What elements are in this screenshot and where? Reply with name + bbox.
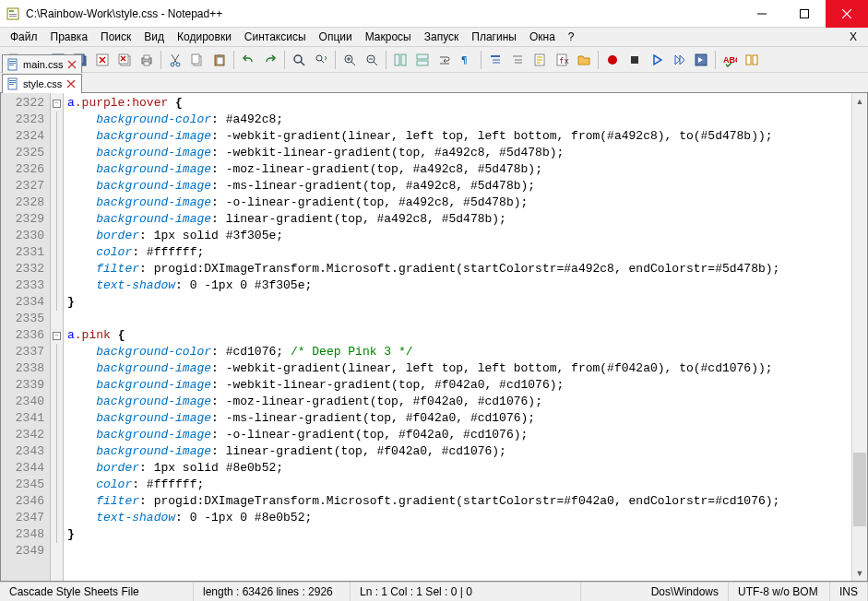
- svg-line-42: [351, 62, 355, 65]
- save-macro-icon[interactable]: [691, 50, 711, 70]
- code-line: background-color: #cd1076; /* Deep Pink …: [67, 344, 851, 360]
- wrap-icon[interactable]: [434, 50, 455, 70]
- tab[interactable]: main.css: [2, 54, 82, 73]
- close-file-icon[interactable]: [92, 50, 113, 70]
- fold-cell[interactable]: [51, 244, 63, 261]
- svg-rect-69: [753, 55, 757, 65]
- fold-cell[interactable]: [51, 178, 63, 194]
- zoom-in-icon[interactable]: [339, 50, 360, 70]
- redo-icon[interactable]: [260, 50, 280, 70]
- fold-cell[interactable]: [51, 145, 63, 161]
- menu-item[interactable]: Кодировки: [171, 29, 238, 45]
- zoom-out-icon[interactable]: [362, 50, 382, 70]
- stop-macro-icon[interactable]: [624, 50, 645, 70]
- fold-cell[interactable]: [51, 443, 63, 460]
- menu-item[interactable]: Поиск: [94, 29, 137, 45]
- folder-tree-icon[interactable]: [574, 50, 594, 70]
- fold-minus-icon[interactable]: −: [53, 100, 61, 108]
- line-number: 2334: [1, 294, 50, 311]
- compare-icon[interactable]: [742, 50, 762, 70]
- menu-item[interactable]: Опции: [313, 29, 359, 45]
- fold-cell[interactable]: [51, 161, 63, 178]
- record-macro-icon[interactable]: [602, 50, 623, 70]
- menu-item[interactable]: Файл: [4, 29, 44, 45]
- fold-cell[interactable]: [51, 410, 63, 427]
- func-list-icon[interactable]: fx: [552, 50, 572, 70]
- fold-cell[interactable]: [51, 427, 63, 443]
- menu-item[interactable]: Запуск: [418, 29, 466, 45]
- sync-v-icon[interactable]: [390, 50, 410, 70]
- fold-cell[interactable]: [51, 277, 63, 294]
- minimize-button[interactable]: [741, 0, 783, 28]
- status-length: length : 63426 lines : 2926: [194, 583, 351, 601]
- sync-h-icon[interactable]: [412, 50, 433, 70]
- code-line: }: [67, 526, 851, 543]
- fold-cell[interactable]: [51, 344, 63, 360]
- menu-item[interactable]: Макросы: [359, 29, 418, 45]
- fold-cell[interactable]: [51, 543, 63, 560]
- svg-text:¶: ¶: [461, 54, 468, 66]
- menu-item[interactable]: Плагины: [465, 29, 523, 45]
- spellcheck-icon[interactable]: ABC: [719, 50, 740, 70]
- line-number: 2346: [1, 493, 50, 510]
- menu-close-doc[interactable]: X: [842, 29, 864, 45]
- fold-cell[interactable]: [51, 460, 63, 477]
- close-button[interactable]: [826, 0, 868, 28]
- fold-column[interactable]: −−: [51, 93, 64, 581]
- file-icon: [6, 77, 19, 90]
- fold-minus-icon[interactable]: −: [53, 332, 61, 340]
- code-line: background-image: -ms-linear-gradient(to…: [67, 178, 851, 194]
- menu-item[interactable]: ?: [562, 29, 581, 45]
- fold-cell[interactable]: [51, 493, 63, 510]
- undo-icon[interactable]: [238, 50, 258, 70]
- vertical-scrollbar[interactable]: ▲ ▼: [851, 93, 867, 581]
- doc-map-icon[interactable]: [529, 50, 550, 70]
- replace-icon[interactable]: [311, 50, 331, 70]
- fold-cell[interactable]: [51, 477, 63, 493]
- play-macro-icon[interactable]: [647, 50, 667, 70]
- close-icon[interactable]: [66, 59, 77, 70]
- fold-cell[interactable]: [51, 261, 63, 277]
- fold-cell[interactable]: −: [51, 95, 63, 112]
- menu-item[interactable]: Окна: [523, 29, 562, 45]
- scroll-up-icon[interactable]: ▲: [852, 93, 867, 109]
- print-icon[interactable]: [137, 50, 157, 70]
- fold-cell[interactable]: [51, 360, 63, 377]
- svg-rect-3: [9, 16, 17, 17]
- show-all-chars-icon[interactable]: ¶: [457, 50, 477, 70]
- fold-cell[interactable]: −: [51, 327, 63, 344]
- menu-item[interactable]: Вид: [137, 29, 171, 45]
- copy-icon[interactable]: [187, 50, 208, 70]
- fold-cell[interactable]: [51, 211, 63, 228]
- close-icon[interactable]: [65, 78, 77, 89]
- play-multi-icon[interactable]: [669, 50, 689, 70]
- menu-item[interactable]: Правка: [44, 29, 95, 45]
- close-all-icon[interactable]: [114, 50, 135, 70]
- scroll-thumb[interactable]: [853, 453, 866, 526]
- scroll-down-icon[interactable]: ▼: [852, 565, 867, 581]
- fold-cell[interactable]: [51, 112, 63, 128]
- fold-cell[interactable]: [51, 394, 63, 410]
- cut-icon[interactable]: [165, 50, 185, 70]
- fold-cell[interactable]: [51, 128, 63, 145]
- fold-cell[interactable]: [51, 294, 63, 311]
- fold-cell[interactable]: [51, 194, 63, 211]
- find-icon[interactable]: [289, 50, 309, 70]
- svg-rect-34: [218, 54, 221, 57]
- line-number: 2324: [1, 128, 50, 145]
- paste-icon[interactable]: [209, 50, 230, 70]
- indent-guide-icon[interactable]: [485, 50, 505, 70]
- fold-cell[interactable]: [51, 510, 63, 526]
- svg-rect-46: [395, 54, 399, 65]
- code-area[interactable]: a.purple:hover { background-color: #a492…: [64, 93, 851, 581]
- fold-cell[interactable]: [51, 526, 63, 543]
- fold-cell[interactable]: [51, 377, 63, 394]
- tab[interactable]: style.css: [2, 74, 82, 93]
- user-lang-icon[interactable]: [507, 50, 528, 70]
- fold-cell[interactable]: [51, 311, 63, 327]
- maximize-button[interactable]: [783, 0, 826, 28]
- menubar: ФайлПравкаПоискВидКодировкиСинтаксисыОпц…: [0, 28, 868, 47]
- menu-item[interactable]: Синтаксисы: [238, 29, 313, 45]
- fold-cell[interactable]: [51, 228, 63, 244]
- tab-label: main.css: [23, 59, 63, 70]
